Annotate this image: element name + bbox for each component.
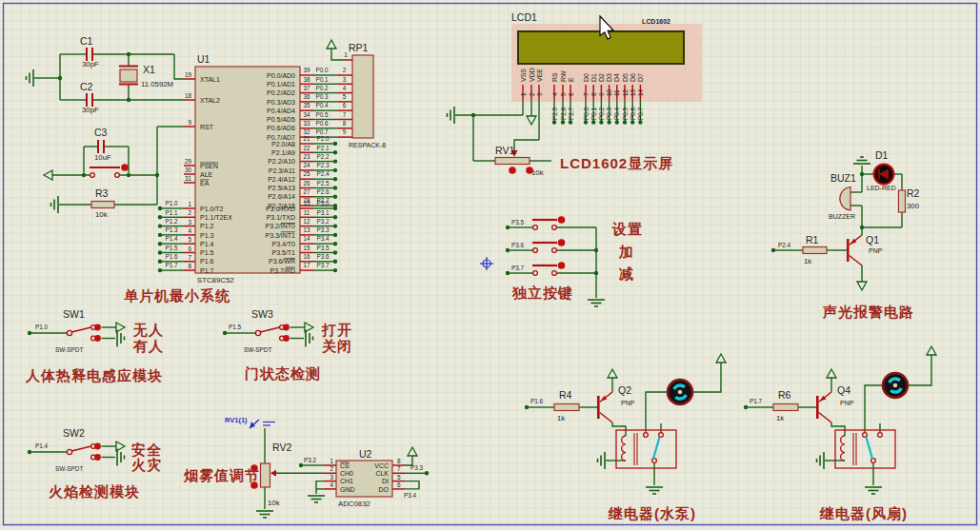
- net-p3-4: P3.4: [404, 492, 417, 499]
- t7: PSEN: [200, 163, 218, 169]
- rv1-body[interactable]: [495, 158, 530, 165]
- t6: P3.6: [316, 253, 330, 260]
- t6: P2.5: [316, 180, 330, 186]
- rp1-body[interactable]: [352, 55, 373, 138]
- net-p3-2: P3.2: [304, 457, 317, 463]
- r4-body[interactable]: [554, 404, 579, 411]
- t7: VEE: [536, 69, 543, 82]
- r6-body[interactable]: [773, 404, 798, 411]
- t7: ALE: [200, 171, 213, 178]
- t7: P1.4: [200, 241, 214, 247]
- t7: P1.2: [200, 223, 214, 229]
- t6: 6: [397, 481, 401, 488]
- t6: P3.5: [511, 219, 525, 226]
- t6: 4: [551, 92, 558, 96]
- contact: [552, 226, 557, 230]
- t6: 23: [303, 153, 310, 160]
- t7: P2.2/A10: [268, 158, 295, 165]
- r2-body[interactable]: [899, 190, 906, 212]
- t6: P0.0: [583, 107, 590, 120]
- t6: P1.1: [165, 209, 178, 216]
- dot: [28, 450, 31, 454]
- caption-alarm: 声光报警电路: [822, 304, 914, 320]
- ref-q4: Q4: [837, 384, 850, 396]
- val-q1: PNP: [869, 247, 883, 254]
- dot: [158, 242, 162, 245]
- t6: P3.3: [316, 226, 330, 233]
- t6: P1.4: [165, 235, 178, 242]
- t6: 14: [303, 235, 310, 242]
- rdot: [94, 324, 101, 331]
- sw3-option-a: 打开: [321, 322, 352, 338]
- lcd-screen[interactable]: [518, 31, 684, 64]
- dot: [28, 331, 31, 335]
- rdot: [94, 335, 101, 342]
- t7: P1.5: [200, 249, 214, 256]
- t6: 4: [343, 85, 347, 91]
- dot: [860, 226, 864, 229]
- caption-mcu: 单片机最小系统: [124, 287, 230, 304]
- ref-r1: R1: [806, 234, 819, 245]
- sw3-option-b: 关闭: [321, 338, 352, 354]
- part-rp1: RESPACK-8: [349, 142, 386, 148]
- t6: P2.6: [560, 107, 567, 120]
- x1-body[interactable]: [120, 69, 137, 82]
- t6: 2: [330, 465, 333, 472]
- t6: P2.4: [316, 170, 330, 177]
- contact: [652, 459, 657, 463]
- t6: 34: [303, 111, 310, 118]
- dot: [158, 233, 162, 237]
- t6: P2.7: [568, 107, 574, 120]
- t6: 1: [520, 92, 527, 96]
- dot: [158, 224, 162, 227]
- rect: [597, 396, 600, 419]
- t6: P0.1: [590, 107, 597, 120]
- motor-pump[interactable]: [668, 380, 692, 404]
- rect: [847, 239, 850, 262]
- ref-rv2: RV2: [272, 442, 291, 453]
- rv2-body[interactable]: [261, 463, 270, 487]
- t6: P2.5: [551, 107, 558, 120]
- motor-fan[interactable]: [883, 373, 908, 398]
- t7: RST: [200, 124, 214, 130]
- t6: 8: [590, 92, 597, 96]
- t7: P3.5/T1: [271, 249, 295, 256]
- net-sw2: P1.4: [35, 442, 49, 449]
- dot: [155, 173, 159, 177]
- t7: VDD: [529, 68, 535, 82]
- r1-body[interactable]: [803, 247, 827, 254]
- dot: [333, 242, 337, 245]
- t6: 6: [343, 102, 347, 108]
- t7: P2.3/A11: [269, 167, 295, 174]
- val-r6: 1k: [776, 414, 784, 422]
- t6: P2.1: [316, 145, 330, 151]
- t7: XTAL1: [200, 76, 220, 83]
- t6: 6: [568, 92, 574, 96]
- t6: 16: [303, 253, 310, 260]
- rp1-pin1-num: 1: [344, 51, 348, 58]
- t6: P0.4: [315, 102, 329, 108]
- t6: 31: [185, 175, 192, 182]
- contact: [255, 330, 260, 335]
- dot: [333, 186, 337, 189]
- led-d1[interactable]: [874, 165, 894, 185]
- t6: 15: [303, 245, 310, 251]
- t6: 5: [188, 236, 191, 243]
- t6: 2: [188, 209, 191, 216]
- t6: 1: [188, 201, 191, 207]
- t7: P0.0/AD0: [267, 72, 295, 79]
- dot: [506, 226, 510, 229]
- caption-fan: 继电器(风扇): [819, 505, 908, 521]
- t6: 3: [343, 76, 347, 83]
- t7: P3.7/RD: [270, 267, 295, 274]
- ref-sw2: SW2: [63, 427, 85, 439]
- t6: P3.0: [316, 200, 330, 206]
- t6: 5: [560, 92, 567, 96]
- t7: CLK: [375, 470, 389, 477]
- contact: [533, 248, 538, 253]
- t6: P3.7: [316, 262, 330, 268]
- dot: [333, 177, 337, 181]
- r3-body[interactable]: [91, 202, 114, 208]
- t6: 6: [188, 245, 191, 252]
- t7: P0.6/AD6: [267, 125, 295, 131]
